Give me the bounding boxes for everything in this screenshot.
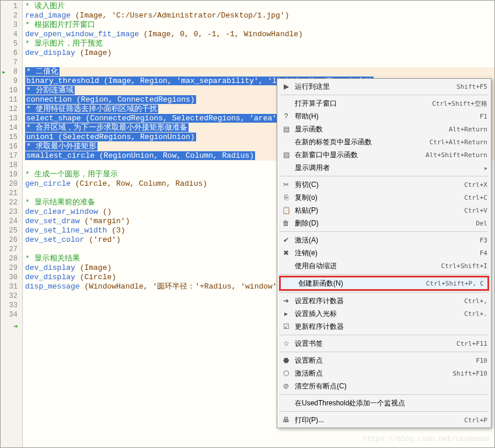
line-number: 24 (1, 217, 22, 226)
cut-icon: ✂ (280, 180, 292, 189)
line-number: 31 (1, 282, 22, 291)
menu-shortcut: Ctrl+F11 (456, 340, 487, 348)
code-line[interactable]: * 显示图片，用于预览 (25, 39, 494, 48)
code-line[interactable]: dev_display (Image) (25, 48, 494, 58)
line-number: 28 (1, 254, 22, 263)
menu-item[interactable]: ☑更新程序计数器 (277, 320, 491, 333)
menu-item[interactable]: ▸设置插入光标Ctrl+. (277, 307, 491, 320)
menu-item[interactable]: ➔设置程序计数器Ctrl+, (277, 294, 491, 307)
help-icon: ? (280, 112, 292, 120)
menu-item[interactable]: ⬡激活断点Shift+F10 (277, 367, 491, 380)
code-line[interactable]: read_image (Image, 'C:/Users/Administrat… (25, 11, 494, 20)
menu-separator (280, 292, 489, 293)
menu-item[interactable]: ?帮助(H)F1 (277, 110, 491, 123)
line-gutter: 12345678▸9101112131415161718192021222324… (1, 1, 23, 447)
line-number: 2 (1, 11, 22, 20)
menu-item[interactable]: 在新的标签页中显示函数Ctrl+Alt+Return (277, 136, 491, 148)
menu-label: 帮助(H) (292, 112, 480, 121)
menu-label: 激活断点 (292, 369, 452, 378)
menu-label: 激活(A) (292, 235, 480, 245)
menu-item[interactable]: 🗑删除(D)Del (277, 217, 491, 230)
pc-arrow-icon: ➔ (13, 322, 18, 331)
menu-item[interactable]: 使用自动缩进Ctrl+Shift+I (277, 259, 491, 272)
doc-icon: ▤ (280, 151, 292, 159)
menu-item[interactable]: 📋粘贴(P)Ctrl+V (277, 204, 491, 217)
menu-item[interactable]: ✔激活(A)F3 (277, 234, 491, 246)
line-number: 22 (1, 198, 22, 207)
menu-item[interactable]: ✂剪切(C)Ctrl+X (277, 178, 491, 191)
menu-shortcut: Ctrl+, (464, 297, 487, 305)
line-number: 27 (1, 245, 22, 254)
menu-item[interactable]: ⊘清空所有断点(C) (277, 380, 491, 393)
menu-shortcut: Ctrl+V (464, 207, 487, 214)
menu-shortcut: Ctrl+. (464, 310, 487, 318)
line-number: 4 (1, 30, 22, 39)
menu-shortcut: Ctrl+X (464, 181, 487, 189)
menu-label: 创建新函数(N) (296, 279, 426, 289)
menu-separator (280, 274, 489, 275)
line-number: 34 (1, 310, 22, 319)
menu-label: 打印(P)... (292, 415, 464, 425)
menu-label: 打开算子窗口 (292, 99, 432, 109)
menu-item[interactable]: ⎘复制(o)Ctrl+C (277, 191, 491, 204)
menu-label: 粘贴(P) (292, 206, 464, 216)
activate-icon: ✔ (280, 236, 292, 244)
menu-separator (280, 176, 489, 176)
clear-bp-icon: ⊘ (280, 382, 292, 390)
menu-shortcut: Del (476, 220, 487, 227)
menu-separator (280, 95, 489, 95)
line-number: 8▸ (1, 67, 22, 77)
menu-shortcut: Shift+F5 (456, 83, 487, 91)
code-line[interactable]: * 读入图片 (25, 2, 494, 11)
stop-gray-icon: ⬡ (280, 369, 292, 377)
code-line[interactable]: * 二值化 (25, 67, 494, 77)
line-number: 33 (1, 301, 22, 310)
menu-separator (280, 231, 489, 232)
menu-label: 使用自动缩进 (292, 261, 441, 271)
menu-item[interactable]: ▶运行到这里Shift+F5 (277, 80, 491, 93)
menu-label: 设置程序计数器 (292, 296, 464, 306)
menu-label: 设置插入光标 (292, 309, 464, 319)
menu-shortcut: Ctrl+Shift+P, C (426, 280, 484, 287)
line-number: 9 (1, 77, 22, 86)
line-number: 3 (1, 20, 22, 30)
arrow-r-icon: ➔ (280, 297, 292, 305)
line-number: 5 (1, 39, 22, 48)
context-menu: ▶运行到这里Shift+F5打开算子窗口Ctrl+Shift+空格?帮助(H)F… (277, 78, 491, 428)
menu-item[interactable]: ☆设置书签Ctrl+F11 (277, 337, 491, 350)
star-icon: ☆ (280, 339, 292, 348)
menu-separator (280, 352, 489, 352)
menu-label: 在UsedThreshold处添加一个监视点 (292, 398, 487, 408)
run-icon: ▶ (280, 82, 292, 91)
menu-label: 剪切(C) (292, 180, 464, 190)
cancel-icon: ✖ (280, 249, 292, 257)
menu-item[interactable]: ✖注销(e)F4 (277, 246, 491, 259)
menu-item[interactable]: ▤在新窗口中显示函数Alt+Shift+Return (277, 148, 491, 161)
menu-item[interactable]: 在UsedThreshold处添加一个监视点 (277, 397, 491, 409)
line-number: 25 (1, 226, 22, 235)
menu-label: 清空所有断点(C) (292, 381, 487, 391)
line-number: 30 (1, 273, 22, 282)
line-number: 17 (1, 151, 22, 161)
code-line[interactable] (25, 58, 494, 67)
code-line[interactable]: dev_open_window_fit_image (Image, 0, 0, … (25, 30, 494, 39)
menu-item[interactable]: ⬣设置断点F10 (277, 354, 491, 367)
menu-shortcut: Alt+Return (449, 126, 487, 133)
menu-label: 注销(e) (292, 248, 480, 258)
code-line[interactable]: * 根据图片打开窗口 (25, 20, 494, 30)
line-number: 10 (1, 86, 22, 95)
submenu-arrow-icon: ▸ (481, 165, 487, 171)
breakpoint-marker[interactable]: ▸ (2, 68, 6, 77)
menu-item[interactable]: 打开算子窗口Ctrl+Shift+空格 (277, 97, 491, 110)
menu-shortcut: Ctrl+Shift+I (441, 262, 487, 270)
delete-icon: 🗑 (280, 219, 292, 227)
menu-item[interactable]: 显示调用者▸ (277, 161, 491, 174)
menu-label: 设置书签 (292, 339, 456, 349)
menu-item[interactable]: 创建新函数(N)Ctrl+Shift+P, C (279, 276, 489, 291)
menu-item[interactable]: ▤显示函数Alt+Return (277, 123, 491, 136)
line-number: 16 (1, 142, 22, 151)
menu-shortcut: Alt+Shift+Return (426, 151, 487, 159)
menu-item[interactable]: 🖶打印(P)...Ctrl+P (277, 414, 491, 426)
line-number: 12 (1, 105, 22, 114)
menu-separator (280, 394, 489, 395)
